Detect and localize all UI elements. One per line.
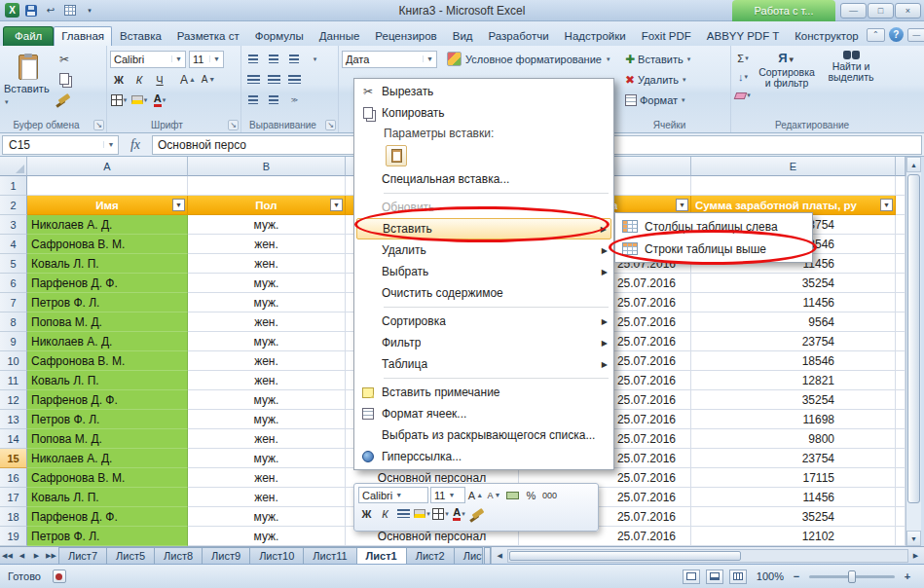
- cell-B9[interactable]: муж.: [188, 332, 346, 351]
- cell-E12[interactable]: 35254: [691, 390, 896, 410]
- shrink-font-button[interactable]: А▼: [200, 71, 217, 89]
- cell-B5[interactable]: жен.: [188, 254, 346, 274]
- filter-icon-A[interactable]: ▼: [172, 199, 185, 211]
- cell-E6[interactable]: 35254: [691, 274, 896, 293]
- cell-A4[interactable]: Сафронова В. М.: [27, 235, 188, 254]
- align-middle-button[interactable]: [265, 51, 282, 68]
- orientation-button[interactable]: ▾: [306, 51, 323, 68]
- scroll-right-icon[interactable]: ▶: [908, 552, 923, 560]
- decrease-indent-button[interactable]: [244, 92, 262, 109]
- menu-item-формат-ячеек-[interactable]: Формат ячеек...: [354, 403, 613, 424]
- cell-B15[interactable]: муж.: [188, 449, 346, 468]
- align-center-button[interactable]: [265, 71, 282, 89]
- zoom-slider-thumb[interactable]: [848, 570, 856, 583]
- align-top-button[interactable]: [244, 51, 262, 68]
- align-bottom-button[interactable]: [285, 51, 303, 68]
- cell-A11[interactable]: Коваль Л. П.: [27, 371, 188, 390]
- row-header-7[interactable]: 7: [0, 293, 27, 312]
- conditional-formatting-button[interactable]: Условное форматирование: [465, 54, 602, 65]
- cell-A15[interactable]: Николаев А. Д.: [27, 449, 188, 468]
- scroll-down-icon[interactable]: ▼: [906, 531, 921, 546]
- menu-item-выбрать-из-раскрывающегося-списка-[interactable]: Выбрать из раскрывающегося списка...: [354, 424, 613, 446]
- find-select-button[interactable]: Найти и выделить: [819, 49, 883, 103]
- mini-font-size-combo[interactable]: 11▼: [430, 487, 465, 503]
- alignment-dialog-launcher-icon[interactable]: ↘: [325, 120, 336, 130]
- row-header-13[interactable]: 13: [0, 410, 27, 429]
- menu-item-сортировка[interactable]: Сортировка▶: [354, 311, 613, 332]
- column-header-edge[interactable]: [896, 157, 906, 176]
- table-header-A[interactable]: Имя▼: [27, 196, 188, 215]
- menu-item-вставить[interactable]: Вставить▶: [356, 218, 611, 239]
- cut-button[interactable]: ✂: [55, 51, 73, 68]
- cell-A18[interactable]: Парфенов Д. Ф.: [27, 507, 188, 527]
- submenu-item-строки-таблицы-выше[interactable]: Строки таблицы выше: [615, 238, 812, 260]
- table-header-B[interactable]: Пол▼: [188, 196, 346, 215]
- first-sheet-icon[interactable]: ◀◀: [0, 547, 15, 564]
- mini-format-painter-button[interactable]: [469, 505, 486, 522]
- cell-E9[interactable]: 23754: [691, 332, 896, 351]
- column-header-A[interactable]: A: [27, 157, 188, 176]
- cell-E11[interactable]: 12821: [691, 371, 896, 390]
- bold-button[interactable]: Ж: [110, 71, 128, 89]
- autosum-button[interactable]: Σ▾: [734, 51, 752, 66]
- cell-E8[interactable]: 9564: [691, 312, 896, 332]
- row-header-18[interactable]: 18: [0, 507, 27, 527]
- tab-Конструктор[interactable]: Конструктор: [787, 26, 867, 46]
- cell-B4[interactable]: жен.: [188, 235, 346, 254]
- paste-button[interactable]: Вставить ▾: [3, 49, 54, 111]
- tab-Разработчи[interactable]: Разработчи: [481, 26, 557, 46]
- row-header-16[interactable]: 16: [0, 468, 27, 488]
- row-header-6[interactable]: 6: [0, 274, 27, 293]
- menu-item-обновить[interactable]: Обновить: [354, 197, 613, 218]
- column-header-B[interactable]: B: [188, 157, 346, 176]
- menu-item-фильтр[interactable]: Фильтр▶: [354, 332, 613, 353]
- menu-item-вырезать[interactable]: ✂Вырезать: [354, 81, 613, 102]
- cell-E17[interactable]: 11456: [691, 488, 896, 507]
- row-header-9[interactable]: 9: [0, 332, 27, 351]
- font-size-combo[interactable]: 11▼: [189, 51, 224, 68]
- horizontal-scrollbar[interactable]: ◀ ▶: [491, 547, 924, 564]
- cell-B17[interactable]: жен.: [188, 488, 346, 507]
- menu-item-выбрать[interactable]: Выбрать▶: [354, 261, 613, 282]
- paste-option-button[interactable]: [386, 145, 407, 166]
- insert-cells-button[interactable]: Вставить: [638, 54, 684, 65]
- last-sheet-icon[interactable]: ▶▶: [44, 547, 58, 564]
- horizontal-scroll-thumb[interactable]: [509, 551, 741, 561]
- cell-E15[interactable]: 23754: [691, 449, 896, 468]
- row-header-3[interactable]: 3: [0, 215, 27, 235]
- cell-A16[interactable]: Сафронова В. М.: [27, 468, 188, 488]
- cell-E19[interactable]: 12102: [691, 527, 896, 546]
- sheet-tab-Лист10[interactable]: Лист10: [249, 547, 304, 564]
- menu-item-специальная-вставка-[interactable]: Специальная вставка...: [354, 168, 613, 190]
- zoom-slider[interactable]: [809, 575, 895, 578]
- close-button[interactable]: ×: [895, 3, 921, 18]
- menu-item-очистить-содержимое[interactable]: Очистить содержимое: [354, 282, 613, 304]
- cell-B12[interactable]: муж.: [188, 390, 346, 410]
- tab-Вид[interactable]: Вид: [445, 26, 481, 46]
- cell-A14[interactable]: Попова М. Д.: [27, 429, 188, 449]
- delete-cells-button[interactable]: Удалить: [638, 74, 679, 86]
- tab-Данные[interactable]: Данные: [312, 26, 368, 46]
- mini-comma-button[interactable]: 000: [541, 487, 558, 503]
- cell-B11[interactable]: жен.: [188, 371, 346, 390]
- mini-bold-button[interactable]: Ж: [358, 505, 375, 522]
- sort-filter-button[interactable]: Я▼ Сортировка и фильтр: [755, 49, 819, 103]
- save-icon[interactable]: [23, 3, 39, 18]
- cell-E14[interactable]: 9800: [691, 429, 896, 449]
- cell-E13[interactable]: 11698: [691, 410, 896, 429]
- undo-icon[interactable]: ↩: [43, 3, 58, 18]
- mini-italic-button[interactable]: К: [377, 505, 393, 522]
- name-box[interactable]: C15▼: [2, 135, 119, 155]
- help-icon[interactable]: ?: [889, 27, 904, 42]
- scroll-left-icon[interactable]: ◀: [493, 552, 507, 560]
- mini-percent-button[interactable]: %: [523, 487, 539, 503]
- row-header-15[interactable]: 15: [0, 449, 27, 468]
- column-header-E[interactable]: E: [691, 157, 896, 176]
- macro-record-icon[interactable]: [53, 570, 66, 583]
- tab-Разметка ст[interactable]: Разметка ст: [169, 26, 247, 46]
- font-color-button[interactable]: А▾: [151, 92, 168, 109]
- cell-A13[interactable]: Петров Ф. Л.: [27, 410, 188, 429]
- insert-function-icon[interactable]: fx: [119, 137, 152, 153]
- row-header-12[interactable]: 12: [0, 390, 27, 410]
- number-format-combo[interactable]: Дата▼: [342, 51, 437, 68]
